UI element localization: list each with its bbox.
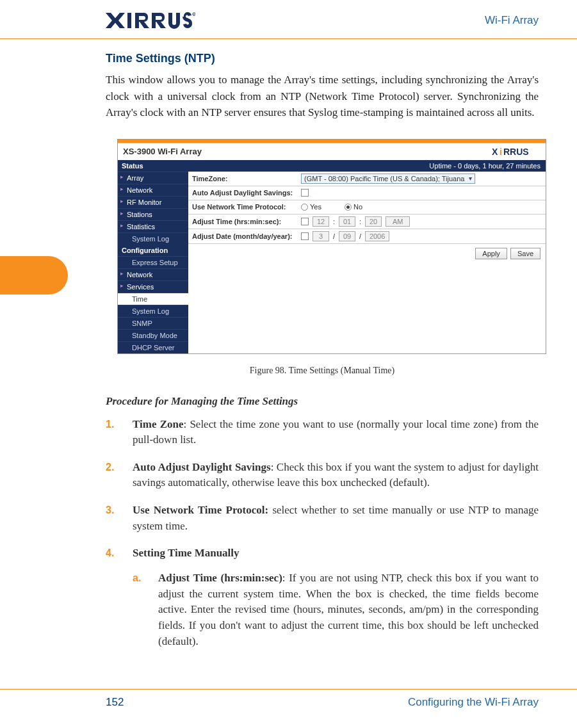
intro-text: This window allows you to manage the Arr… (106, 72, 539, 121)
ntp-label: Use Network Time Protocol: (192, 203, 301, 211)
page-header: R Wi-Fi Array (0, 0, 577, 39)
ntp-no-radio[interactable]: No (345, 203, 362, 211)
figure-screenshot: XS-3900 Wi-Fi Array X i RRUS Status Arra… (117, 139, 539, 354)
list-item: 4. Setting Time Manually a. Adjust Time … (133, 546, 539, 649)
page-number: 152 (106, 696, 124, 709)
procedure-list: 1. Time Zone: Select the time zone you w… (106, 417, 539, 650)
list-item: 3. Use Network Time Protocol: select whe… (133, 503, 539, 534)
xirrus-logo-mini: X i RRUS (491, 146, 540, 158)
nav-item[interactable]: DHCP Server (118, 341, 188, 353)
section-title: Time Settings (NTP) (106, 52, 539, 65)
day-field[interactable]: 09 (339, 231, 355, 241)
svg-rect-0 (127, 13, 131, 28)
nav-item[interactable]: System Log (118, 232, 188, 245)
step-number: 1. (106, 417, 114, 432)
nav-item[interactable]: Stations (118, 208, 188, 220)
substep-number: a. (133, 570, 141, 585)
list-item: 1. Time Zone: Select the time zone you w… (133, 417, 539, 448)
daylight-label: Auto Adjust Daylight Savings: (192, 189, 301, 197)
svg-text:X: X (492, 147, 498, 157)
timezone-label: TimeZone: (192, 175, 301, 182)
month-field[interactable]: 3 (313, 231, 329, 241)
hours-field[interactable]: 12 (313, 216, 329, 227)
xirrus-logo: R (106, 10, 195, 31)
step-number: 2. (106, 460, 114, 474)
adjust-time-label: Adjust Time (hrs:min:sec): (192, 218, 301, 225)
nav-item[interactable]: Array (118, 172, 188, 184)
nav-status-header: Status (118, 160, 188, 172)
ampm-field[interactable]: AM (386, 216, 410, 227)
nav-item[interactable]: Network (118, 184, 188, 196)
seconds-field[interactable]: 20 (365, 216, 382, 227)
nav-config-header: Configuration (118, 245, 188, 256)
procedure-title: Procedure for Managing the Time Settings (106, 395, 539, 408)
apply-button[interactable]: Apply (475, 248, 507, 259)
daylight-checkbox[interactable] (301, 189, 309, 197)
svg-text:i: i (500, 147, 502, 157)
ntp-yes-radio[interactable]: Yes (301, 203, 321, 211)
nav-sidebar: Status Array Network RF Monitor Stations… (118, 160, 188, 353)
nav-item[interactable]: System Log (118, 305, 188, 317)
sub-list: a. Adjust Time (hrs:min:sec): If you are… (133, 570, 539, 649)
uptime-bar: Uptime - 0 days, 1 hour, 27 minutes (188, 160, 546, 172)
timezone-select[interactable]: (GMT - 08:00) Pacific Time (US & Canada)… (301, 174, 475, 184)
nav-item[interactable]: Standby Mode (118, 329, 188, 341)
page-footer: 152 Configuring the Wi-Fi Array (0, 689, 577, 709)
header-product-label: Wi-Fi Array (485, 14, 539, 27)
figure-caption: Figure 98. Time Settings (Manual Time) (106, 366, 539, 376)
step-number: 4. (106, 546, 114, 560)
page-content: Time Settings (NTP) This window allows y… (0, 39, 577, 649)
svg-text:RRUS: RRUS (503, 147, 529, 157)
footer-label: Configuring the Wi-Fi Array (408, 696, 539, 709)
adjust-date-checkbox[interactable] (301, 232, 309, 240)
adjust-time-checkbox[interactable] (301, 218, 309, 225)
step-number: 3. (106, 503, 114, 517)
list-item: 2. Auto Adjust Daylight Savings: Check t… (133, 460, 539, 491)
year-field[interactable]: 2006 (365, 231, 389, 241)
nav-item[interactable]: SNMP (118, 317, 188, 329)
nav-item[interactable]: Services (118, 280, 188, 293)
device-title: XS-3900 Wi-Fi Array (123, 147, 202, 156)
nav-item[interactable]: RF Monitor (118, 196, 188, 208)
nav-item[interactable]: Network (118, 268, 188, 280)
side-tab (0, 256, 68, 295)
nav-item[interactable]: Express Setup (118, 256, 188, 268)
list-item: a. Adjust Time (hrs:min:sec): If you are… (158, 570, 539, 649)
nav-item-active[interactable]: Time (118, 293, 188, 305)
minutes-field[interactable]: 01 (339, 216, 355, 227)
adjust-date-label: Adjust Date (month/day/year): (192, 232, 301, 240)
save-button[interactable]: Save (510, 248, 540, 259)
nav-item[interactable]: Statistics (118, 220, 188, 232)
svg-text:R: R (193, 13, 195, 16)
